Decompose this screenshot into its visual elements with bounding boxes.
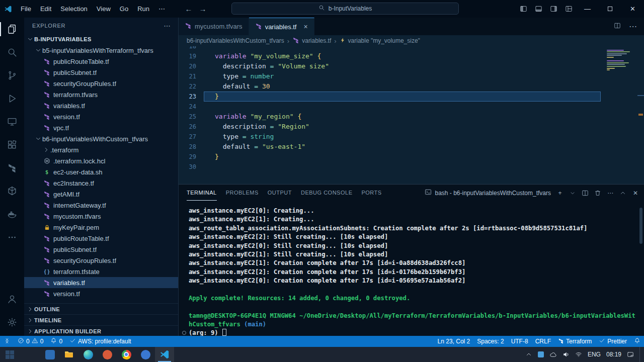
tab-mycustom-tfvars[interactable]: mycustom.tfvars [179, 18, 249, 35]
code-line-22[interactable]: 22 default = 30 [179, 81, 644, 92]
code-line-28[interactable]: 28 default = "us-east-1" [179, 142, 644, 152]
taskbar-pinned-app-3[interactable] [136, 347, 155, 362]
status-encoding[interactable]: UTF-8 [508, 336, 532, 347]
tree-item-publicroutetable-tf[interactable]: publicRouteTable.tf [24, 56, 178, 67]
tab-variables-tf[interactable]: variables.tf× [249, 18, 314, 35]
code-line-25[interactable]: 25variable "my_region" { [179, 112, 644, 122]
minimize-button[interactable]: — [576, 0, 599, 18]
code-line-24[interactable]: 24 [179, 102, 644, 112]
language-indicator[interactable]: ENG [588, 351, 601, 358]
status-remote-indicator[interactable] [0, 336, 14, 347]
tray-volume-icon[interactable] [562, 351, 570, 358]
activity-source-control[interactable] [0, 64, 24, 87]
tray-app-icon[interactable] [538, 351, 544, 357]
status-aws-profile[interactable]: AWS: profile:default [66, 336, 135, 347]
activity-more-views[interactable] [0, 226, 24, 249]
tree-item-terraform[interactable]: .terraform [24, 144, 178, 155]
panel-tab-output[interactable]: OUTPUT [268, 185, 292, 201]
tree-item-ec2instance-tf[interactable]: ec2Instance.tf [24, 177, 178, 189]
tree-item-ec2-user-data-sh[interactable]: $ec2-user-data.sh [24, 166, 178, 177]
status-cursor-position[interactable]: Ln 23, Col 2 [434, 336, 474, 347]
menu-go[interactable]: Go [115, 0, 133, 18]
nav-back-icon[interactable]: ← [182, 0, 195, 18]
command-center-search[interactable]: b-InputVariables [231, 3, 459, 15]
terminal-output[interactable]: aws_instance.myEC2[0]: Creating...aws_in… [179, 205, 644, 336]
menu-view[interactable]: View [92, 0, 115, 18]
section-application-builder[interactable]: APPLICATION BUILDER [24, 325, 178, 336]
code-line-20[interactable]: 20 description = "Volume size" [179, 61, 644, 71]
tray-expand-icon[interactable] [525, 351, 532, 358]
terminal-scrollbar[interactable] [639, 208, 642, 244]
menu-selection[interactable]: Selection [56, 0, 92, 18]
activity-terraform[interactable] [0, 156, 24, 179]
minimap[interactable] [607, 49, 636, 71]
status-problems[interactable]: 00 [14, 336, 47, 347]
taskbar-edge-browser[interactable] [78, 347, 98, 362]
tree-item-publicroutetable-tf[interactable]: publicRouteTable.tf [24, 233, 178, 244]
code-line-19[interactable]: 19variable "my_volume_size" { [179, 51, 644, 61]
section-outline[interactable]: OUTLINE [24, 303, 178, 314]
new-terminal-icon[interactable]: + [556, 190, 564, 197]
code-line-27[interactable]: 27 type = string [179, 132, 644, 142]
taskbar-pinned-app-1[interactable] [40, 347, 59, 362]
tree-item-b5-inputvariableswithterraform-tfvars[interactable]: b5-inputVariablesWithTerraform_tfvars [24, 45, 178, 56]
tree-item-securitygrouprules-tf[interactable]: securityGroupRules.tf [24, 78, 178, 89]
panel-tab-ports[interactable]: PORTS [361, 185, 381, 201]
tree-item-publicsubnet-tf[interactable]: publicSubnet.tf [24, 67, 178, 78]
code-line-18[interactable]: 18 [179, 46, 644, 51]
editor-more-icon[interactable]: ⋯ [629, 22, 637, 31]
toggle-sidebar-icon[interactable] [516, 0, 531, 18]
terminal-dropdown-icon[interactable] [569, 190, 576, 196]
tree-item-publicsubnet-tf[interactable]: publicSubnet.tf [24, 244, 178, 255]
status-indentation[interactable]: Spaces: 2 [473, 336, 507, 347]
panel-tab-debug-console[interactable]: DEBUG CONSOLE [301, 185, 352, 201]
terminal-shell-selector[interactable]: bash - b6-inputVariablesWithCustom_tfvar… [425, 189, 551, 197]
notification-center-icon[interactable] [627, 351, 634, 358]
activity-docker[interactable] [0, 203, 24, 226]
tree-item-version-tf[interactable]: version.tf [24, 288, 178, 299]
maximize-button[interactable] [599, 0, 621, 18]
code-line-29[interactable]: 29} [179, 152, 644, 162]
overview-ruler[interactable] [637, 46, 644, 184]
tree-item-getami-tf[interactable]: getAMI.tf [24, 189, 178, 200]
breadcrumb-item-b6-inputvariableswithcustom-tfvars[interactable]: b6-inputVariablesWithCustom_tfvars [187, 37, 284, 44]
breadcrumb-item-variable-my-volume-size[interactable]: variable "my_volume_size" [340, 37, 420, 45]
kill-terminal-icon[interactable] [594, 190, 601, 197]
activity-run-and-debug[interactable] [0, 87, 24, 110]
panel-tab-problems[interactable]: PROBLEMS [226, 185, 259, 201]
activity-explorer[interactable] [0, 18, 24, 41]
tree-item-terraform-tfvars[interactable]: terraform.tfvars [24, 89, 178, 100]
status-alerts[interactable]: 0 [47, 336, 66, 347]
menu-more[interactable]: ⋯ [154, 0, 170, 18]
nav-forward-icon[interactable]: → [196, 0, 209, 18]
tree-item-vpc-tf[interactable]: vpc.tf [24, 122, 178, 133]
menu-edit[interactable]: Edit [36, 0, 56, 18]
code-line-21[interactable]: 21 type = number [179, 71, 644, 81]
status-language-mode[interactable]: Terraform [554, 336, 595, 347]
tree-item-mycustom-tfvars[interactable]: mycustom.tfvars [24, 211, 178, 222]
taskbar-pinned-app-2[interactable] [98, 347, 117, 362]
explorer-actions-icon[interactable]: ⋯ [164, 22, 171, 30]
tree-item-mykeypair-pem[interactable]: myKeyPair.pem [24, 222, 178, 233]
status-formatter[interactable]: Prettier [595, 336, 630, 347]
tree-item-b6-inputvariableswithcustom-tfvars[interactable]: b6-inputVariablesWithCustom_tfvars [24, 133, 178, 144]
code-line-23[interactable]: 23} [179, 92, 644, 102]
explorer-root[interactable]: B-INPUTVARIABLES [24, 34, 178, 45]
activity-search[interactable] [0, 41, 24, 64]
close-button[interactable]: ✕ [621, 0, 644, 18]
tray-network-icon[interactable] [575, 351, 582, 358]
customize-layout-icon[interactable] [561, 0, 576, 18]
tree-item-terraform-tfstate[interactable]: { }terraform.tfstate [24, 266, 178, 277]
maximize-panel-icon[interactable] [619, 190, 626, 197]
taskbar-chrome-browser[interactable] [117, 347, 136, 362]
code-line-26[interactable]: 26 description = "Region" [179, 122, 644, 132]
tree-item-variables-tf[interactable]: variables.tf [24, 100, 178, 111]
activity-extensions[interactable] [0, 133, 24, 156]
status-notifications[interactable] [630, 336, 644, 347]
panel-tab-terminal[interactable]: TERMINAL [187, 185, 217, 201]
tray-cloud-icon[interactable] [549, 351, 557, 358]
tree-item-internetgateway-tf[interactable]: internetGateway.tf [24, 200, 178, 211]
taskbar-file-explorer[interactable] [59, 347, 78, 362]
split-terminal-icon[interactable] [582, 190, 589, 197]
activity-containers[interactable] [0, 179, 24, 203]
